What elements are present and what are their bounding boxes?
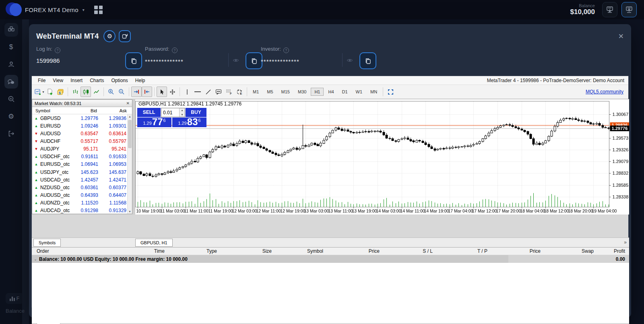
new-order-button[interactable] bbox=[45, 87, 55, 97]
balance-block: Balance $10,000 bbox=[570, 3, 595, 16]
timeframe-d1[interactable]: D1 bbox=[339, 88, 351, 96]
menu-file[interactable]: File bbox=[34, 78, 49, 83]
show-investor-icon[interactable] bbox=[347, 57, 353, 64]
market-watch-row-usdcad_otc[interactable]: ▲USDCAD_otc1.424571.42471 bbox=[32, 176, 127, 184]
stepper-up-icon[interactable]: ▲ bbox=[180, 108, 185, 113]
profiles-button[interactable]: $ bbox=[55, 87, 66, 97]
collapse-icon[interactable]: ⌄ bbox=[32, 257, 39, 261]
trendline-button[interactable] bbox=[203, 87, 213, 97]
timeframe-h4[interactable]: H4 bbox=[324, 88, 337, 96]
bar-chart-button[interactable] bbox=[70, 87, 80, 97]
market-watch-row-gbpusd[interactable]: ▲GBPUSD1.297761.29836 bbox=[32, 114, 127, 122]
copy-investor-button[interactable] bbox=[359, 52, 376, 69]
apps-grid-icon[interactable] bbox=[94, 6, 103, 14]
zoom-out-button[interactable] bbox=[116, 87, 127, 97]
zoom-in-button[interactable] bbox=[106, 87, 116, 97]
market-watch-row-audcad_otc[interactable]: ▲AUDCAD_otc0.912980.91329 bbox=[32, 207, 127, 214]
horizontal-line-button[interactable] bbox=[192, 87, 203, 97]
tab-chart-gbpusd-h1[interactable]: GBPUSD, H1 bbox=[135, 239, 173, 247]
sell-price-button[interactable]: 1.29776 bbox=[137, 118, 171, 127]
trade-table-header: OrderTimeTypeSizeSymbolPriceS / LT / PPr… bbox=[32, 248, 629, 255]
sidebar-item-profile[interactable] bbox=[4, 58, 18, 71]
stepper-down-icon[interactable]: ▼ bbox=[180, 113, 185, 117]
column-symbol[interactable]: Symbol bbox=[32, 108, 69, 113]
chevron-down-icon: ▾ bbox=[42, 90, 44, 94]
show-password-icon[interactable] bbox=[233, 57, 239, 64]
sidebar-item-logout[interactable] bbox=[4, 127, 18, 140]
tab-overflow-icon[interactable]: » bbox=[624, 239, 627, 245]
tab-symbols[interactable]: Symbols bbox=[33, 239, 61, 247]
chevron-down-icon[interactable]: ▾ bbox=[83, 8, 85, 12]
market-watch-row-audchf[interactable]: ▼AUDCHF0.557170.55797 bbox=[32, 137, 127, 145]
mql5-community-link[interactable]: MQL5.community bbox=[586, 89, 623, 95]
scroll-down-icon[interactable]: ▼ bbox=[128, 209, 132, 214]
menu-options[interactable]: Options bbox=[108, 78, 132, 83]
open-platform-button[interactable] bbox=[119, 30, 131, 42]
market-watch-row-usdjpy_otc[interactable]: ▲USDJPY_otc145.623145.637 bbox=[32, 168, 127, 176]
market-watch-row-audjpy[interactable]: ▼AUDJPY95.17195.241 bbox=[32, 145, 127, 153]
column-bid[interactable]: Bid bbox=[69, 108, 97, 113]
sidebar-item-chat[interactable] bbox=[4, 75, 18, 89]
timeframe-m5[interactable]: M5 bbox=[263, 88, 277, 96]
chart-shift-button[interactable] bbox=[142, 87, 152, 97]
sidebar-item-settings[interactable]: ⚙ bbox=[4, 109, 18, 123]
market-watch-scrollbar[interactable]: ▲ ▼ bbox=[127, 114, 132, 214]
auto-scroll-button[interactable] bbox=[131, 87, 142, 97]
indicators-button[interactable]: E bbox=[234, 87, 245, 97]
sell-button[interactable]: SELL bbox=[137, 108, 161, 117]
buy-button[interactable]: BUY bbox=[186, 108, 206, 117]
fibonacci-button[interactable]: F bbox=[224, 87, 234, 97]
help-icon[interactable]: ? bbox=[172, 47, 178, 53]
password-value[interactable]: ************** bbox=[145, 58, 184, 65]
fullscreen-button[interactable] bbox=[385, 87, 396, 97]
sidebar-item-analysis[interactable] bbox=[4, 92, 18, 106]
help-icon[interactable]: ? bbox=[55, 47, 60, 53]
withdraw-button[interactable] bbox=[621, 2, 637, 17]
timeframe-mn[interactable]: MN bbox=[367, 88, 381, 96]
sidebar-item-dashboard[interactable] bbox=[4, 23, 18, 37]
timeframe-h1[interactable]: H1 bbox=[311, 88, 324, 96]
menu-charts[interactable]: Charts bbox=[86, 78, 107, 83]
market-watch-row-audnzd_otc[interactable]: ▲AUDNZD_otc1.115201.11568 bbox=[32, 199, 127, 207]
timeframe-m15[interactable]: M15 bbox=[278, 88, 293, 96]
line-chart-button[interactable] bbox=[91, 87, 101, 97]
copy-password-button[interactable] bbox=[246, 52, 262, 69]
settings-button[interactable]: ⚙ bbox=[103, 30, 116, 42]
background-chart-button[interactable]: F bbox=[6, 293, 23, 304]
crosshair-button[interactable] bbox=[167, 87, 178, 97]
timeframe-w1[interactable]: W1 bbox=[352, 88, 366, 96]
timeframe-m1[interactable]: M1 bbox=[249, 88, 262, 96]
market-watch-row-eurusd[interactable]: ▲EURUSD1.092461.09301 bbox=[32, 122, 127, 130]
cursor-button[interactable] bbox=[157, 87, 167, 97]
price-chart[interactable] bbox=[135, 99, 629, 215]
menu-help[interactable]: Help bbox=[132, 78, 149, 83]
close-icon[interactable]: ✕ bbox=[618, 32, 624, 41]
text-label-button[interactable] bbox=[213, 87, 224, 97]
scrollbar-thumb[interactable] bbox=[128, 120, 132, 148]
volume-input[interactable] bbox=[161, 108, 178, 117]
menu-view[interactable]: View bbox=[49, 78, 67, 83]
bid-cell: 145.623 bbox=[71, 169, 98, 175]
market-watch-header[interactable]: Symbol Bid Ask bbox=[32, 107, 132, 114]
timeframe-m30[interactable]: M30 bbox=[294, 88, 310, 96]
login-value[interactable]: 1599986 bbox=[36, 57, 60, 64]
market-watch-row-audusd_otc[interactable]: ▲AUDUSD_otc0.643930.64407 bbox=[32, 191, 127, 199]
copy-login-button[interactable] bbox=[125, 52, 142, 69]
market-watch-row-nzdusd_otc[interactable]: ▲NZDUSD_otc0.603610.60377 bbox=[32, 184, 127, 191]
close-icon[interactable]: ✕ bbox=[126, 101, 130, 105]
workspace-switcher[interactable]: FOREX MT4 Demo bbox=[25, 6, 78, 13]
vertical-line-button[interactable] bbox=[182, 87, 192, 97]
deposit-button[interactable] bbox=[602, 2, 617, 17]
candlestick-chart-button[interactable] bbox=[80, 87, 91, 97]
column-ask[interactable]: Ask bbox=[97, 108, 127, 113]
buy-price-button[interactable]: 1.29836 bbox=[172, 118, 206, 127]
market-watch-row-audusd[interactable]: ▼AUDUSD0.635470.63614 bbox=[32, 130, 127, 137]
sidebar-item-finance[interactable]: $ bbox=[4, 40, 18, 54]
investor-value[interactable]: ************** bbox=[261, 58, 299, 65]
market-watch-row-usdchf_otc[interactable]: ▲USDCHF_otc0.916110.91633 bbox=[32, 153, 127, 161]
new-chart-button[interactable]: ▾ bbox=[34, 87, 45, 97]
scroll-up-icon[interactable]: ▲ bbox=[128, 114, 132, 119]
menu-insert[interactable]: Insert bbox=[67, 78, 86, 83]
market-watch-row-eurusd_otc[interactable]: ▲EURUSD_otc1.069411.06953 bbox=[32, 161, 127, 168]
help-icon[interactable]: ? bbox=[283, 47, 289, 53]
